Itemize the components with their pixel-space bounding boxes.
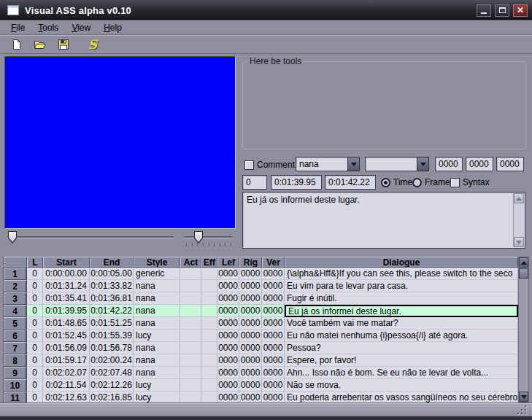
- header-start[interactable]: Start: [43, 257, 90, 268]
- cell-end[interactable]: 0:01:42.22: [90, 305, 134, 317]
- table-row[interactable]: 800:01:59.170:02:00.24nana000000000000Es…: [4, 354, 518, 367]
- cell-act[interactable]: [180, 354, 201, 367]
- layer-input[interactable]: 0: [242, 175, 267, 190]
- cell-start[interactable]: 0:00:00.00: [43, 268, 90, 280]
- cell-ver[interactable]: 0000: [262, 392, 285, 402]
- row-number[interactable]: 8: [4, 354, 27, 367]
- subtitle-text-editor[interactable]: Eu já os informei deste lugar.: [242, 192, 525, 249]
- cell-start[interactable]: 0:01:56.09: [43, 342, 90, 354]
- cell-start[interactable]: 0:01:31.24: [43, 280, 90, 292]
- close-button[interactable]: ✕: [513, 4, 528, 17]
- cell-ver[interactable]: 0000: [262, 305, 285, 317]
- cell-rig[interactable]: 0000: [239, 354, 262, 367]
- cell-eff[interactable]: [201, 342, 217, 354]
- cell-end[interactable]: 0:00:05.00: [90, 268, 134, 280]
- cell-eff[interactable]: [201, 379, 217, 392]
- cell-lef[interactable]: 0000: [217, 354, 239, 367]
- cell-start[interactable]: 0:02:12.63: [43, 392, 90, 402]
- cell-act[interactable]: [180, 268, 201, 280]
- cell-eff[interactable]: [201, 305, 217, 317]
- actor-combobox[interactable]: [365, 157, 429, 171]
- row-number[interactable]: 1: [4, 268, 27, 280]
- cell-l[interactable]: 0: [27, 367, 43, 379]
- cell-end[interactable]: 0:01:56.78: [90, 342, 134, 354]
- cell-end[interactable]: 0:02:12.26: [90, 379, 134, 392]
- chevron-down-icon[interactable]: [417, 157, 429, 171]
- cell-lef[interactable]: 0000: [217, 280, 239, 292]
- table-row[interactable]: 200:01:31.240:01:33.82nana000000000000Eu…: [4, 280, 518, 292]
- table-row[interactable]: 500:01:48.650:01:51.25nana000000000000Vo…: [4, 317, 518, 330]
- row-number[interactable]: 3: [4, 292, 27, 305]
- cell-style[interactable]: generic: [134, 268, 180, 280]
- titlebar[interactable]: Visual ASS alpha v0.10 ✕: [0, 0, 532, 20]
- cell-dialogue[interactable]: Eu vim para te levar para casa.: [285, 280, 518, 292]
- cell-start[interactable]: 0:01:52.45: [43, 330, 90, 342]
- cell-ver[interactable]: 0000: [262, 342, 285, 354]
- scroll-up-icon[interactable]: [514, 193, 524, 203]
- cell-eff[interactable]: [201, 280, 217, 292]
- cell-dialogue[interactable]: Eu poderia arrebentar os vasos sangüíneo…: [285, 392, 518, 402]
- margin-vertical-input[interactable]: 0000: [496, 157, 524, 171]
- header-act[interactable]: Act: [180, 257, 201, 268]
- open-file-icon[interactable]: [32, 36, 48, 52]
- start-time-input[interactable]: 0:01:39.95: [271, 175, 322, 190]
- header-end[interactable]: End: [90, 257, 134, 268]
- header-rownum[interactable]: [4, 257, 27, 268]
- cell-start[interactable]: 0:01:35.41: [43, 292, 90, 305]
- table-row[interactable]: 300:01:35.410:01:36.81nana000000000000Fu…: [4, 292, 518, 305]
- cell-lef[interactable]: 0000: [217, 342, 239, 354]
- cell-l[interactable]: 0: [27, 354, 43, 367]
- cell-act[interactable]: [180, 317, 201, 330]
- header-dialogue[interactable]: Dialogue: [285, 257, 518, 268]
- cell-ver[interactable]: 0000: [262, 354, 285, 367]
- video-preview[interactable]: [4, 56, 236, 229]
- cell-rig[interactable]: 0000: [239, 392, 262, 402]
- cell-rig[interactable]: 0000: [239, 317, 262, 330]
- cell-eff[interactable]: [201, 292, 217, 305]
- cell-dialogue[interactable]: Fugir é inútil.: [285, 292, 518, 305]
- cell-rig[interactable]: 0000: [239, 280, 262, 292]
- cell-ver[interactable]: 0000: [262, 317, 285, 330]
- cell-rig[interactable]: 0000: [239, 305, 262, 317]
- header-layer[interactable]: L: [27, 257, 43, 268]
- cell-end[interactable]: 0:02:00.24: [90, 354, 134, 367]
- end-time-input[interactable]: 0:01:42.22: [325, 175, 376, 190]
- cell-rig[interactable]: 0000: [239, 342, 262, 354]
- row-number[interactable]: 7: [4, 342, 27, 354]
- table-row[interactable]: 900:02:02.070:02:07.48nana000000000000Ah…: [4, 367, 518, 379]
- header-rig[interactable]: Rig: [239, 257, 262, 268]
- row-number[interactable]: 5: [4, 317, 27, 330]
- cell-ver[interactable]: 0000: [262, 292, 285, 305]
- cell-eff[interactable]: [201, 367, 217, 379]
- styles-script-icon[interactable]: S: [85, 36, 101, 52]
- resize-grip[interactable]: [517, 405, 526, 414]
- row-number[interactable]: 10: [4, 379, 27, 392]
- cell-rig[interactable]: 0000: [239, 379, 262, 392]
- save-file-icon[interactable]: [55, 36, 72, 52]
- cell-dialogue[interactable]: Não se mova.: [285, 379, 518, 392]
- cell-style[interactable]: nana: [134, 354, 180, 367]
- cell-rig[interactable]: 0000: [239, 367, 262, 379]
- cell-end[interactable]: 0:01:51.25: [90, 317, 134, 330]
- cell-style[interactable]: nana: [134, 317, 180, 330]
- table-row[interactable]: 1100:02:12.630:02:16.85lucy000000000000E…: [4, 392, 518, 402]
- cell-act[interactable]: [180, 305, 201, 317]
- cell-style[interactable]: lucy: [134, 379, 180, 392]
- cell-dialogue[interactable]: Pessoa?: [285, 342, 518, 354]
- cell-eff[interactable]: [201, 268, 217, 280]
- cell-style[interactable]: nana: [134, 292, 180, 305]
- cell-end[interactable]: 0:02:16.85: [90, 392, 134, 402]
- header-style[interactable]: Style: [134, 257, 180, 268]
- cell-eff[interactable]: [201, 330, 217, 342]
- row-number[interactable]: 6: [4, 330, 27, 342]
- cell-act[interactable]: [180, 330, 201, 342]
- cell-start[interactable]: 0:02:02.07: [43, 367, 90, 379]
- cell-lef[interactable]: 0000: [217, 305, 239, 317]
- cell-dialogue[interactable]: Eu já os informei deste lugar.: [285, 305, 518, 317]
- scroll-down-icon[interactable]: [519, 392, 528, 402]
- new-document-icon[interactable]: [9, 36, 25, 52]
- syntax-checkbox[interactable]: [450, 178, 460, 187]
- cell-act[interactable]: [180, 292, 201, 305]
- comment-checkbox[interactable]: [244, 160, 254, 170]
- cell-dialogue[interactable]: {\alpha&Hff&}If you can see this, please…: [285, 268, 518, 280]
